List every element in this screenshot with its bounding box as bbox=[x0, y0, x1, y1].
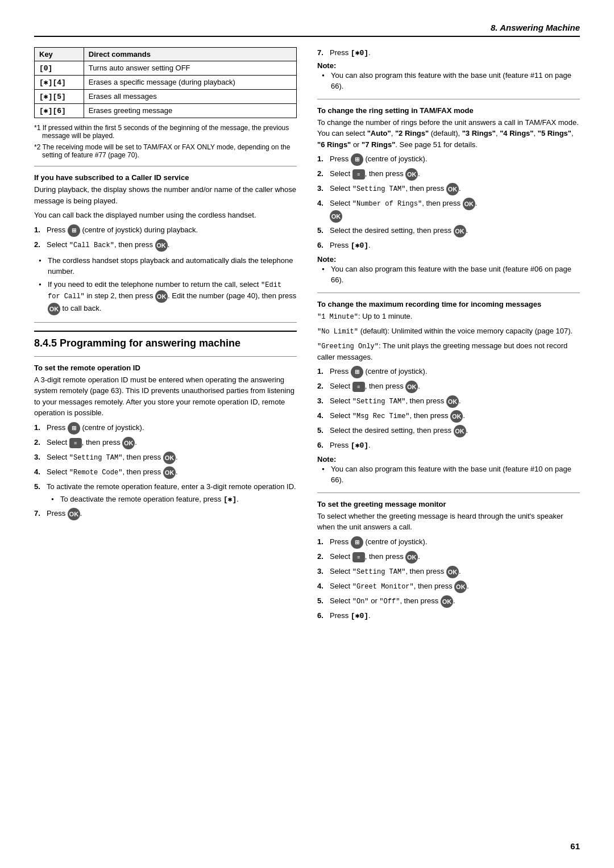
max-rec-body2: "No Limit" (default): Unlimited within t… bbox=[317, 326, 580, 337]
note-label: Note: bbox=[317, 255, 580, 264]
divider bbox=[34, 166, 297, 166]
max-rec-steps: Press ⊞ (centre of joystick). Select ≡, … bbox=[317, 366, 580, 452]
divider bbox=[317, 99, 580, 99]
step-item: Press ⊞ (centre of joystick) during play… bbox=[34, 224, 297, 237]
ok-button-icon: OK bbox=[405, 381, 418, 393]
ok-button-icon: OK bbox=[122, 437, 135, 449]
step-item: Select "On" or "Off", then press OK. bbox=[317, 595, 580, 608]
greet-steps: Press ⊞ (centre of joystick). Select ≡, … bbox=[317, 536, 580, 622]
ok-button-icon: OK bbox=[446, 566, 459, 578]
table-row: [✱][6] Erases greeting message bbox=[35, 104, 297, 118]
step-item: Select "Number of Rings", then press OK.… bbox=[317, 198, 580, 223]
command-cell: Turns auto answer setting OFF bbox=[84, 61, 296, 76]
step-item: Select "Call Back", then press OK. bbox=[34, 239, 297, 252]
step-item: Press [✱0]. bbox=[317, 610, 580, 622]
footnote-2: *2 The receiving mode will be set to TAM… bbox=[34, 143, 297, 159]
ok-button-icon: OK bbox=[463, 198, 475, 210]
command-cell: Erases greeting message bbox=[84, 104, 296, 118]
divider bbox=[34, 356, 297, 357]
col-header-commands: Direct commands bbox=[84, 48, 296, 61]
remote-op-title: To set the remote operation ID bbox=[34, 364, 297, 372]
page-number: 61 bbox=[570, 841, 580, 851]
divider bbox=[317, 493, 580, 493]
ring-steps: Press ⊞ (centre of joystick). Select ≡, … bbox=[317, 153, 580, 252]
caller-id-steps: Press ⊞ (centre of joystick) during play… bbox=[34, 224, 297, 252]
divider bbox=[34, 322, 297, 323]
key-cell: [✱][5] bbox=[35, 90, 84, 104]
step-item: Select "Msg Rec Time", then press OK. bbox=[317, 410, 580, 423]
step-item: Press ⊞ (centre of joystick). bbox=[317, 153, 580, 166]
joystick-icon: ⊞ bbox=[351, 153, 363, 166]
ring-setting-title: To change the ring setting in TAM/FAX mo… bbox=[317, 106, 580, 115]
step-item: Select "Setting TAM", then press OK. bbox=[317, 395, 580, 408]
ok-button-icon: OK bbox=[330, 210, 342, 223]
menu-icon: ≡ bbox=[352, 382, 365, 392]
divider bbox=[317, 293, 580, 293]
step-item: Select ≡, then press OK. bbox=[317, 551, 580, 564]
step-item: Press ⊞ (centre of joystick). bbox=[317, 366, 580, 378]
menu-icon: ≡ bbox=[69, 438, 82, 448]
bullet-item: The cordless handset stops playback and … bbox=[39, 255, 297, 277]
ok-button-icon: OK bbox=[450, 410, 463, 423]
bullet-item: If you need to edit the telephone number… bbox=[39, 279, 297, 315]
note-bullets: You can also program this feature with t… bbox=[317, 464, 580, 486]
step-item: Select ≡, then press OK. bbox=[317, 381, 580, 393]
joystick-icon: ⊞ bbox=[68, 224, 80, 237]
step-text: Select "Call Back", then press OK. bbox=[47, 240, 169, 249]
step-item: Press OK. bbox=[34, 508, 297, 520]
ok-button-icon: OK bbox=[68, 508, 80, 520]
ok-button-icon: OK bbox=[163, 452, 176, 464]
ok-button-icon: OK bbox=[155, 239, 168, 252]
joystick-icon: ⊞ bbox=[68, 422, 80, 435]
step-item: Select "Setting TAM", then press OK. bbox=[34, 452, 297, 464]
ok-button-icon: OK bbox=[163, 466, 176, 479]
key-table: Key Direct commands [0] Turns auto answe… bbox=[34, 47, 297, 118]
step-item: Select ≡, then press OK. bbox=[317, 168, 580, 181]
max-rec-body3: "Greeting Only": The unit plays the gree… bbox=[317, 340, 580, 363]
ok-button-icon: OK bbox=[446, 395, 459, 408]
page-header: 8. Answering Machine bbox=[34, 23, 580, 37]
max-rec-title: To change the maximum recording time for… bbox=[317, 300, 580, 308]
ok-button-icon: OK bbox=[446, 183, 459, 195]
ok-button-icon: OK bbox=[454, 581, 467, 593]
greet-monitor-title: To set the greeting message monitor bbox=[317, 500, 580, 508]
step-item: Press [✱0]. bbox=[317, 240, 580, 252]
left-column: Key Direct commands [0] Turns auto answe… bbox=[34, 47, 297, 625]
key-cell: [0] bbox=[35, 61, 84, 76]
step-item: Select ≡, then press OK. bbox=[34, 437, 297, 449]
caller-id-body1: During playback, the display shows the n… bbox=[34, 184, 297, 206]
ok-button-icon: OK bbox=[48, 303, 60, 315]
step-item: Select the desired setting, then press O… bbox=[317, 425, 580, 437]
programming-heading: 8.4.5 Programming for answering machine bbox=[34, 331, 297, 349]
caller-id-body2: You can call back the displayed number u… bbox=[34, 210, 297, 221]
remote-op-steps: Press ⊞ (centre of joystick). Select ≡, … bbox=[34, 422, 297, 520]
remote-op-body: A 3-digit remote operation ID must be en… bbox=[34, 374, 297, 419]
max-rec-body1: "1 Minute": Up to 1 minute. bbox=[317, 311, 580, 322]
page: 8. Answering Machine Key Direct commands… bbox=[0, 0, 614, 868]
caller-id-bullets: The cordless handset stops playback and … bbox=[34, 255, 297, 315]
note-label: Note: bbox=[317, 455, 580, 464]
step-item: Press ⊞ (centre of joystick). bbox=[34, 422, 297, 435]
key-cell: [✱][6] bbox=[35, 104, 84, 118]
caller-id-title: If you have subscribed to a Caller ID se… bbox=[34, 173, 297, 182]
step-text: Press ⊞ (centre of joystick) during play… bbox=[47, 226, 198, 234]
command-cell: Erases all messages bbox=[84, 90, 296, 104]
ok-button-icon: OK bbox=[405, 551, 418, 564]
sub-bullets: To deactivate the remote operation featu… bbox=[47, 494, 297, 506]
header-title: 8. Answering Machine bbox=[491, 23, 580, 32]
menu-icon: ≡ bbox=[352, 169, 365, 180]
ring-setting-body: To change the number of rings before the… bbox=[317, 117, 580, 151]
note-bullets: You can also program this feature with t… bbox=[317, 264, 580, 286]
programming-heading-text: 8.4.5 Programming for answering machine bbox=[34, 337, 240, 349]
step-item: Press [✱0]. bbox=[317, 47, 580, 59]
greet-monitor-body: To select whether the greeting message i… bbox=[317, 511, 580, 533]
step-item: To activate the remote operation feature… bbox=[34, 481, 297, 506]
step-item: Press ⊞ (centre of joystick). bbox=[317, 536, 580, 549]
ok-button-icon: OK bbox=[441, 595, 453, 608]
bullet-item: You can also program this feature with t… bbox=[322, 464, 580, 486]
note-label: Note: bbox=[317, 61, 580, 70]
ok-button-icon: OK bbox=[454, 225, 466, 237]
footnote-1: *1 If pressed within the first 5 seconds… bbox=[34, 124, 297, 140]
col-header-key: Key bbox=[35, 48, 84, 61]
step-item: Select "Remote Code", then press OK. bbox=[34, 466, 297, 479]
